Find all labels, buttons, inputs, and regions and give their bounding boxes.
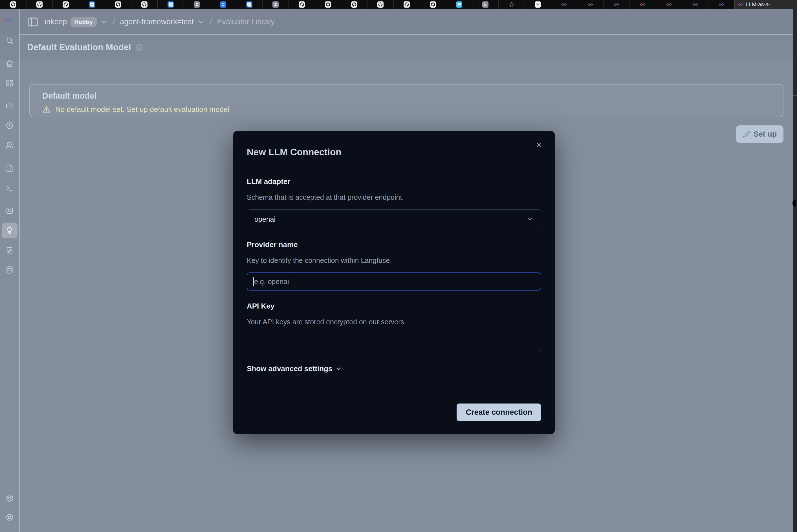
create-connection-button[interactable]: Create connection [457, 403, 541, 421]
langfuse-favicon-icon [692, 1, 698, 7]
github-favicon-icon [351, 1, 357, 7]
sidebar-item-users[interactable] [2, 137, 17, 153]
project-name: agent-framework=test [120, 17, 194, 26]
openai-favicon-icon [535, 1, 541, 7]
browser-tab-calendar[interactable] [79, 0, 105, 9]
sidebar-item-support[interactable] [2, 510, 17, 525]
sidebar-item-datasets[interactable] [2, 262, 17, 278]
browser-tab-github[interactable] [420, 0, 446, 9]
sidebar-item-home[interactable] [2, 56, 17, 71]
l-favicon-icon [482, 1, 488, 7]
sidebar-group [2, 203, 17, 278]
browser-tab-github[interactable] [26, 0, 52, 9]
browser-tab-z[interactable] [262, 0, 289, 9]
sidebar-item-scores[interactable] [2, 203, 17, 218]
plan-badge: Hobby [71, 17, 97, 27]
clock-icon [6, 122, 14, 130]
github-favicon-icon [299, 1, 305, 7]
chevron-down-icon [100, 18, 107, 26]
browser-tab-strip: LLM-as-a-... [0, 0, 797, 9]
card-title: Default model [42, 91, 771, 100]
info-icon[interactable] [135, 44, 143, 51]
api-key-input-wrap [247, 334, 541, 352]
sidebar-group [2, 33, 17, 49]
divider [793, 95, 797, 96]
browser-tab-active[interactable]: LLM-as-a-... [735, 0, 797, 9]
sidebar-item-tracing[interactable] [2, 98, 17, 114]
github-favicon-icon [62, 1, 69, 7]
advanced-toggle-label: Show advanced settings [247, 364, 332, 373]
breadcrumb-org[interactable]: inkeep Hobby [44, 17, 107, 27]
github-favicon-icon [430, 1, 436, 7]
api-key-description: Your API keys are stored encrypted on ou… [247, 318, 541, 326]
sidebar-item-evaluators[interactable] [2, 223, 17, 239]
browser-tab-github[interactable] [105, 0, 131, 9]
breadcrumb: inkeep Hobby / agent-framework=test / Ev… [27, 9, 275, 35]
sidebar-toggle-button[interactable] [27, 15, 39, 29]
sidebar-item-settings[interactable] [2, 490, 17, 506]
provider-name-input-wrap [247, 272, 541, 290]
dialog-header: New LLM Connection [233, 131, 555, 167]
browser-tab-langfuse[interactable] [656, 0, 682, 9]
langfuse-favicon-icon [640, 1, 646, 7]
llm-adapter-description: Schema that is accepted at that provider… [247, 193, 541, 202]
github-favicon-icon [115, 1, 121, 7]
browser-tab-langfuse[interactable] [630, 0, 656, 9]
search-icon [6, 37, 14, 44]
browser-tab-openai[interactable] [525, 0, 551, 9]
langfuse-favicon-icon [666, 1, 672, 7]
browser-tab-langfuse[interactable] [708, 0, 735, 9]
sidebar-item-annotation[interactable] [2, 242, 17, 258]
show-advanced-settings-toggle[interactable]: Show advanced settings [247, 364, 342, 373]
pencil-icon [743, 131, 750, 138]
browser-tab-github[interactable] [131, 0, 157, 9]
sidebar-item-search[interactable] [2, 33, 17, 49]
browser-tab-github[interactable] [367, 0, 394, 9]
z-favicon-icon [194, 1, 200, 7]
browser-tab-langfuse[interactable] [603, 0, 630, 9]
browser-tab-z[interactable] [184, 0, 210, 9]
browser-tab-calendar[interactable] [157, 0, 184, 9]
browser-tab-star[interactable] [498, 0, 525, 9]
api-key-label: API Key [247, 302, 541, 310]
llm-adapter-select[interactable]: openai [247, 209, 541, 229]
breadcrumb-separator: / [112, 17, 115, 27]
set-up-button[interactable]: Set up [736, 126, 783, 143]
sidebar-group [2, 160, 17, 196]
browser-tab-calendar[interactable] [236, 0, 262, 9]
browser-tab-l[interactable] [472, 0, 498, 9]
panel-left-icon [27, 16, 39, 28]
sidebar-item-playground[interactable] [2, 180, 17, 196]
text-caret [253, 277, 254, 286]
dialog-body: LLM adapter Schema that is accepted at t… [233, 167, 555, 373]
docs-favicon-icon [220, 1, 226, 7]
browser-tab-github[interactable] [289, 0, 315, 9]
percent-square-icon [6, 207, 14, 215]
browser-tab-langfuse[interactable] [682, 0, 708, 9]
browser-tab-chat[interactable] [446, 0, 472, 9]
gear-icon [6, 494, 14, 502]
sidebar-nav [2, 33, 17, 278]
browser-tab-github[interactable] [315, 0, 341, 9]
breadcrumb-project[interactable]: agent-framework=test [120, 17, 204, 26]
sidebar-item-dashboards[interactable] [2, 75, 17, 91]
breadcrumb-current-page: Evaluator Library [217, 17, 274, 26]
provider-name-input[interactable] [247, 272, 541, 290]
browser-tab-github[interactable] [52, 0, 79, 9]
sidebar [0, 9, 19, 532]
dashboard-icon [6, 79, 14, 87]
sidebar-item-prompts[interactable] [2, 160, 17, 176]
browser-tab-langfuse[interactable] [577, 0, 603, 9]
browser-tab-github[interactable] [394, 0, 420, 9]
browser-tab-langfuse[interactable] [551, 0, 577, 9]
langfuse-favicon-icon [587, 1, 593, 7]
sidebar-item-sessions[interactable] [2, 118, 17, 134]
close-dialog-button[interactable] [533, 139, 545, 151]
browser-tab-docs[interactable] [210, 0, 236, 9]
github-favicon-icon [10, 1, 16, 7]
api-key-input[interactable] [247, 334, 541, 352]
browser-tab-github[interactable] [341, 0, 367, 9]
browser-tab-github[interactable] [0, 0, 26, 9]
set-up-label: Set up [754, 130, 777, 139]
dialog-footer: Create connection [233, 390, 555, 434]
